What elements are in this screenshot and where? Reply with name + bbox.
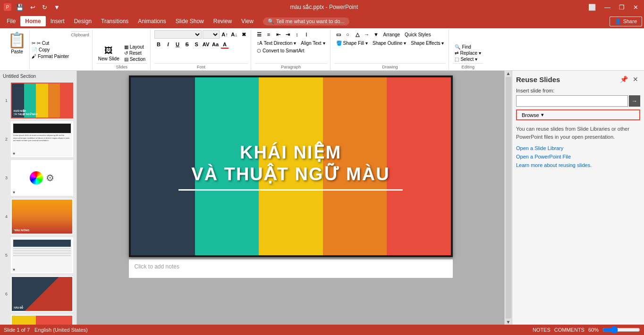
font-color-button[interactable]: A — [220, 40, 229, 49]
customize-button[interactable]: ▼ — [52, 3, 62, 12]
decrease-font-button[interactable]: A↓ — [230, 30, 238, 39]
redo-button[interactable]: ↻ — [40, 3, 49, 12]
shadow-button[interactable]: S — [192, 40, 201, 49]
slide-thumb-1[interactable]: KHÁI NIỆMVÀ THUẬT NGỮ MÀU ★ — [11, 83, 73, 118]
tell-me-box[interactable]: 🔍 Tell me what you want to do... — [263, 17, 349, 25]
columns-button[interactable]: ⫶ — [302, 30, 311, 39]
paste-button[interactable]: 📋 Paste — [5, 30, 30, 69]
shape-circle-button[interactable]: ○ — [344, 30, 352, 39]
font-size-select[interactable] — [203, 30, 220, 39]
menu-file[interactable]: File — [2, 16, 20, 26]
indent-increase-button[interactable]: ⇥ — [283, 30, 292, 39]
menu-transitions[interactable]: Transitions — [96, 16, 133, 26]
save-button[interactable]: 💾 — [14, 3, 25, 12]
pin-panel-button[interactable]: 📌 — [618, 75, 630, 84]
menu-home[interactable]: Home — [20, 16, 45, 26]
find-button[interactable]: 🔍 Find — [453, 44, 483, 50]
slide4-preview: MÀU NÓNG — [12, 200, 72, 234]
maximize-button[interactable]: ❐ — [617, 3, 627, 12]
list-item[interactable]: 2 Lorem ipsum dolor sit amet consectetur… — [1, 120, 76, 158]
menu-review[interactable]: Review — [209, 16, 237, 26]
close-button[interactable]: ✕ — [631, 3, 640, 12]
scroll-down-button[interactable]: ▼ — [506, 319, 511, 325]
section-button[interactable]: ▤ Section — [122, 56, 147, 62]
open-powerpoint-file-link[interactable]: Open a PowerPoint File — [516, 154, 640, 159]
reset-button[interactable]: ↺ Reset — [122, 50, 147, 56]
notes-area[interactable]: Click to add notes — [129, 259, 453, 278]
slide-thumb-inner-5 — [12, 238, 72, 272]
minimize-button[interactable]: — — [602, 3, 612, 12]
shape-triangle-button[interactable]: △ — [353, 30, 362, 39]
indent-decrease-button[interactable]: ⇤ — [274, 30, 282, 39]
replace-button[interactable]: ⇄ Replace▾ — [453, 50, 483, 56]
italic-button[interactable]: I — [164, 40, 172, 49]
menu-design[interactable]: Design — [69, 16, 96, 26]
list-item[interactable]: 5 ★ — [1, 236, 76, 274]
shape-rect-button[interactable]: ▭ — [334, 30, 343, 39]
notes-button[interactable]: NOTES — [533, 327, 551, 333]
go-button[interactable]: → — [629, 95, 640, 107]
menu-animations[interactable]: Animations — [133, 16, 170, 26]
browse-button[interactable]: Browse ▾ — [516, 109, 640, 120]
shape-arrow-button[interactable]: → — [363, 30, 371, 39]
menu-slideshow[interactable]: Slide Show — [171, 16, 209, 26]
new-slide-button[interactable]: 🖼 New Slide — [96, 45, 121, 62]
list-item[interactable]: 4 MÀU NÓNG ★ — [1, 198, 76, 235]
shape-outline-button[interactable]: Shape Outline▾ — [371, 40, 408, 46]
convert-smartart-button[interactable]: ⬡ Convert to SmartArt — [255, 48, 306, 54]
font-size-large-button[interactable]: Aa — [211, 40, 220, 49]
list-item[interactable]: 6 MÀU ĐỎ ★ — [1, 275, 76, 313]
open-slide-library-link[interactable]: Open a Slide Library — [516, 145, 640, 151]
text-direction-button[interactable]: ↕A Text Direction▾ — [255, 40, 298, 46]
char-spacing-button[interactable]: AV — [202, 40, 210, 49]
close-panel-button[interactable]: ✕ — [631, 75, 640, 84]
share-button[interactable]: 👤 Share — [610, 17, 642, 26]
font-name-select[interactable] — [154, 30, 202, 39]
undo-button[interactable]: ↩ — [28, 3, 37, 12]
underline-button[interactable]: U — [173, 40, 182, 49]
numbered-list-button[interactable]: ≡ — [264, 30, 273, 39]
list-item[interactable]: 7 — [1, 314, 76, 325]
slide-number-2: 2 — [1, 137, 8, 142]
arrange-button[interactable]: Arrange — [381, 32, 402, 38]
format-painter-button[interactable]: 🖌 Format Painter — [30, 53, 71, 59]
scroll-up-button[interactable]: ▲ — [506, 71, 511, 76]
copy-button[interactable]: 📄 Copy — [30, 47, 71, 53]
tell-me-label: Tell me what you want to do... — [276, 18, 345, 24]
slide-canvas[interactable]: KHÁI NIỆM VÀ THUẬT NGỮ MÀU — [129, 75, 453, 257]
comments-button[interactable]: COMMENTS — [554, 327, 585, 333]
clear-format-button[interactable]: ✖ — [239, 30, 248, 39]
list-item[interactable]: 1 KHÁI NIỆMVÀ THUẬT NGỮ MÀU ★ — [1, 82, 76, 119]
select-button[interactable]: ⬚ Select▾ — [453, 56, 483, 62]
line-spacing-button[interactable]: ↕ — [293, 30, 301, 39]
shapes-more-button[interactable]: ▼ — [372, 30, 381, 39]
zoom-slider[interactable] — [602, 326, 640, 334]
slide-thumb-4[interactable]: MÀU NÓNG ★ — [11, 199, 73, 234]
menu-bar: File Home Insert Design Transitions Anim… — [0, 14, 644, 28]
shape-effects-button[interactable]: Shape Effects▾ — [409, 40, 446, 46]
insert-from-input[interactable] — [516, 95, 628, 107]
slide-thumb-6[interactable]: MÀU ĐỎ ★ — [11, 276, 73, 312]
main-slide-content: KHÁI NIỆM VÀ THUẬT NGỮ MÀU — [129, 75, 453, 257]
cut-button[interactable]: ✂ ✂ Cut — [30, 40, 71, 46]
list-item[interactable]: 3 ⚙ ★ — [1, 159, 76, 197]
learn-more-link[interactable]: Learn more about reusing slides. — [516, 162, 640, 168]
menu-insert[interactable]: Insert — [46, 16, 69, 26]
align-text-button[interactable]: Align Text▾ — [299, 40, 327, 46]
editing-buttons: 🔍 Find ⇄ Replace▾ ⬚ Select▾ — [453, 44, 483, 62]
slide-thumb-2[interactable]: Lorem ipsum dolor sit amet consectetur a… — [11, 121, 73, 157]
slide-thumb-3[interactable]: ⚙ ★ — [11, 160, 73, 196]
bold-button[interactable]: B — [154, 40, 163, 49]
slide-thumb-7[interactable] — [11, 315, 73, 325]
slide-thumb-5[interactable]: ★ — [11, 237, 73, 273]
shape-fill-button[interactable]: 🪣 Shape Fill▾ — [334, 40, 370, 46]
bullet-list-button[interactable]: ☰ — [255, 30, 263, 39]
increase-font-button[interactable]: A↑ — [220, 30, 229, 39]
strikethrough-button[interactable]: S — [183, 40, 191, 49]
vertical-scrollbar[interactable]: ▲ ▼ — [504, 71, 512, 325]
slide6-preview: MÀU ĐỎ — [12, 277, 72, 311]
layout-button[interactable]: ▦ Layout — [122, 44, 147, 50]
menu-view[interactable]: View — [237, 16, 258, 26]
quick-styles-button[interactable]: Quick Styles — [403, 32, 433, 38]
ribbon-display-button[interactable]: ⬜ — [586, 3, 598, 12]
